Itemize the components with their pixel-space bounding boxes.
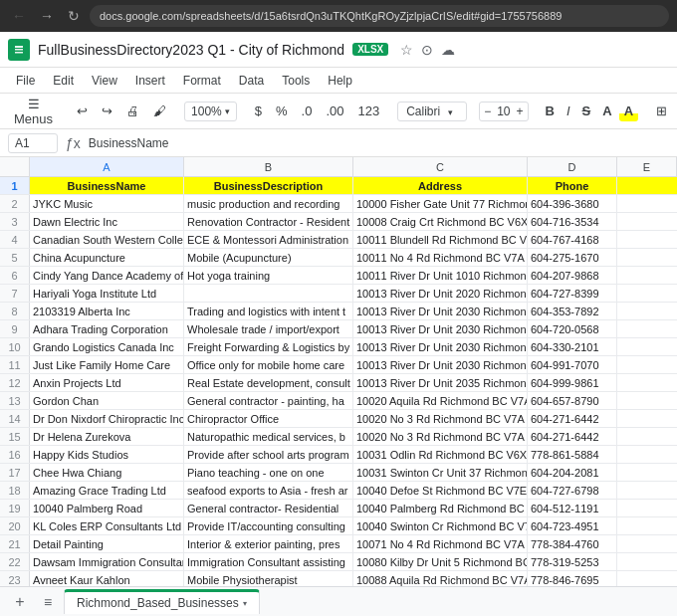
location-icon[interactable]: ⊙ (421, 42, 433, 58)
cell-b-3[interactable]: Mobile (Acupuncture) (184, 249, 353, 266)
cell-c-3[interactable]: 10011 No 4 Rd Richmond BC V7A 2Z5 (353, 249, 528, 266)
font-size-control[interactable]: − 10 + (479, 102, 528, 121)
cell-a-3[interactable]: China Acupuncture (30, 249, 184, 266)
cell-c-6[interactable]: 10013 River Dr Unit 2030 Richmond BC V6X… (353, 303, 528, 319)
cell-b-16[interactable]: seafood exports to Asia - fresh ar (184, 482, 353, 499)
cell-b-4[interactable]: Hot yoga training (184, 267, 353, 284)
cell-c-14[interactable]: 10031 Odlin Rd Richmond BC V6X 3T8 (353, 446, 528, 463)
menu-view[interactable]: View (84, 72, 125, 90)
cell-c-20[interactable]: 10080 Kilby Dr Unit 5 Richmond BC V6X 3W… (353, 553, 528, 570)
cell-d-16[interactable]: 604-727-6798 (528, 482, 617, 499)
cell-a-20[interactable]: Dawsam Immigration Consultancy Ltd (30, 553, 184, 570)
header-cell-a[interactable]: BusinessName (30, 177, 184, 194)
cell-c-13[interactable]: 10020 No 3 Rd Richmond BC V7A 1W4 (353, 428, 528, 445)
cell-b-7[interactable]: Wholesale trade / import/export (184, 320, 353, 337)
cell-b-18[interactable]: Provide IT/accounting consulting (184, 517, 353, 534)
borders-btn[interactable]: ⊞ (650, 100, 673, 122)
cell-b-20[interactable]: Immigration Consultant assisting (184, 553, 353, 570)
menu-format[interactable]: Format (175, 72, 229, 90)
cell-d-19[interactable]: 778-384-4760 (528, 535, 617, 552)
cell-b-1[interactable]: Renovation Contractor - Resident (184, 213, 353, 230)
cell-b-11[interactable]: General contractor - painting, ha (184, 392, 353, 409)
percent-btn[interactable]: % (270, 100, 294, 122)
cell-c-19[interactable]: 10071 No 4 Rd Richmond BC V7A 2Z5 (353, 535, 528, 552)
cell-c-17[interactable]: 10040 Palmberg Rd Richmond BC V6W 1C6 (353, 500, 528, 516)
cell-a-21[interactable]: Avneet Kaur Kahlon (30, 571, 184, 586)
cell-b-0[interactable]: music production and recording (184, 195, 353, 212)
cell-a-17[interactable]: 10040 Palmberg Road (30, 500, 184, 516)
cell-c-4[interactable]: 10011 River Dr Unit 1010 Richmond BC V6X… (353, 267, 528, 284)
cell-d-8[interactable]: 604-330-2101 (528, 338, 617, 355)
cell-d-17[interactable]: 604-512-1191 (528, 500, 617, 516)
star-icon[interactable]: ☆ (400, 42, 413, 58)
cell-d-15[interactable]: 604-204-2081 (528, 464, 617, 481)
cell-b-15[interactable]: Piano teaching - one on one (184, 464, 353, 481)
text-color-btn[interactable]: A (597, 101, 616, 121)
cell-a-4[interactable]: Cindy Yang Dance Academy of Canada (30, 267, 184, 284)
decimal-increase-btn[interactable]: .00 (320, 100, 349, 122)
undo-btn[interactable]: ↩ (71, 100, 94, 122)
cell-d-3[interactable]: 604-275-1670 (528, 249, 617, 266)
cell-b-9[interactable]: Office only for mobile home care (184, 356, 353, 373)
cell-a-13[interactable]: Dr Helena Zurekova (30, 428, 184, 445)
cell-a-2[interactable]: Canadian South Western College Ltd (30, 231, 184, 248)
col-header-e[interactable]: E (617, 157, 677, 176)
cell-c-18[interactable]: 10040 Swinton Cr Richmond BC V7A 3T1 (353, 517, 528, 534)
cell-reference[interactable]: A1 (8, 133, 58, 153)
sheet-tab-richmond[interactable]: Richmond_Based_Businesses ▾ (64, 589, 260, 614)
cell-a-11[interactable]: Gordon Chan (30, 392, 184, 409)
cell-c-12[interactable]: 10020 No 3 Rd Richmond BC V7A 1W4 (353, 410, 528, 427)
format-btn[interactable]: 123 (351, 100, 385, 122)
paint-format-btn[interactable]: 🖌 (147, 100, 172, 122)
cell-d-10[interactable]: 604-999-9861 (528, 374, 617, 391)
cell-b-12[interactable]: Chiropractor Office (184, 410, 353, 427)
cell-a-15[interactable]: Chee Hwa Chiang (30, 464, 184, 481)
col-header-a[interactable]: A (30, 157, 184, 176)
cell-d-11[interactable]: 604-657-8790 (528, 392, 617, 409)
cell-c-11[interactable]: 10020 Aquila Rd Richmond BC V7A 3R3 (353, 392, 528, 409)
cell-d-6[interactable]: 604-353-7892 (528, 303, 617, 319)
cell-c-2[interactable]: 10011 Blundell Rd Richmond BC V6Y 1K9 (353, 231, 528, 248)
reload-btn[interactable]: ↻ (64, 6, 84, 26)
cell-a-14[interactable]: Happy Kids Studios (30, 446, 184, 463)
header-cell-d[interactable]: Phone (528, 177, 617, 194)
col-header-b[interactable]: B (184, 157, 353, 176)
cell-c-9[interactable]: 10013 River Dr Unit 2030 Richmond BC V6X… (353, 356, 528, 373)
cell-c-0[interactable]: 10000 Fisher Gate Unit 77 Richmond BC V6… (353, 195, 528, 212)
cell-c-8[interactable]: 10013 River Dr Unit 2030 Richmond BC V6X… (353, 338, 528, 355)
cell-c-15[interactable]: 10031 Swinton Cr Unit 37 Richmond BC V7A… (353, 464, 528, 481)
col-header-d[interactable]: D (528, 157, 617, 176)
redo-btn[interactable]: ↪ (96, 100, 118, 122)
menu-help[interactable]: Help (320, 72, 360, 90)
cell-b-6[interactable]: Trading and logistics with intent t (184, 303, 353, 319)
cell-d-9[interactable]: 604-991-7070 (528, 356, 617, 373)
font-decrease-btn[interactable]: − (484, 104, 491, 118)
decimal-decrease-btn[interactable]: .0 (296, 100, 319, 122)
cell-c-16[interactable]: 10040 Defoe St Richmond BC V7E 4G3 (353, 482, 528, 499)
cell-a-12[interactable]: Dr Don Nixdorf Chiropractic Inc (30, 410, 184, 427)
cell-a-1[interactable]: Dawn Electric Inc (30, 213, 184, 230)
cell-a-8[interactable]: Grando Logistics Canada Inc (30, 338, 184, 355)
strikethrough-btn[interactable]: S (577, 101, 596, 121)
cell-d-18[interactable]: 604-723-4951 (528, 517, 617, 534)
print-btn[interactable]: 🖨 (120, 100, 145, 122)
zoom-control[interactable]: 100% ▾ (184, 102, 237, 121)
cell-d-5[interactable]: 604-727-8399 (528, 285, 617, 302)
font-increase-btn[interactable]: + (517, 104, 524, 118)
menu-insert[interactable]: Insert (127, 72, 173, 90)
cell-a-7[interactable]: Adhara Trading Corporation (30, 320, 184, 337)
forward-btn[interactable]: → (36, 6, 58, 26)
add-sheet-btn[interactable]: + (8, 590, 32, 614)
cell-a-5[interactable]: Hariyali Yoga Institute Ltd (30, 285, 184, 302)
header-cell-b[interactable]: BusinessDescription (184, 177, 353, 194)
menus-btn[interactable]: ☰ Menus (8, 93, 59, 130)
cell-d-12[interactable]: 604-271-6442 (528, 410, 617, 427)
currency-btn[interactable]: $ (249, 100, 268, 122)
font-selector[interactable]: Calibri ▾ (397, 102, 467, 121)
cell-a-0[interactable]: JYKC Music (30, 195, 184, 212)
cell-b-14[interactable]: Provide after school arts program (184, 446, 353, 463)
cell-c-7[interactable]: 10013 River Dr Unit 2030 Richmond BC V6X… (353, 320, 528, 337)
cell-b-8[interactable]: Freight Forwarding & Logistics by (184, 338, 353, 355)
cell-d-7[interactable]: 604-720-0568 (528, 320, 617, 337)
cell-b-13[interactable]: Naturopathic medical services, b (184, 428, 353, 445)
